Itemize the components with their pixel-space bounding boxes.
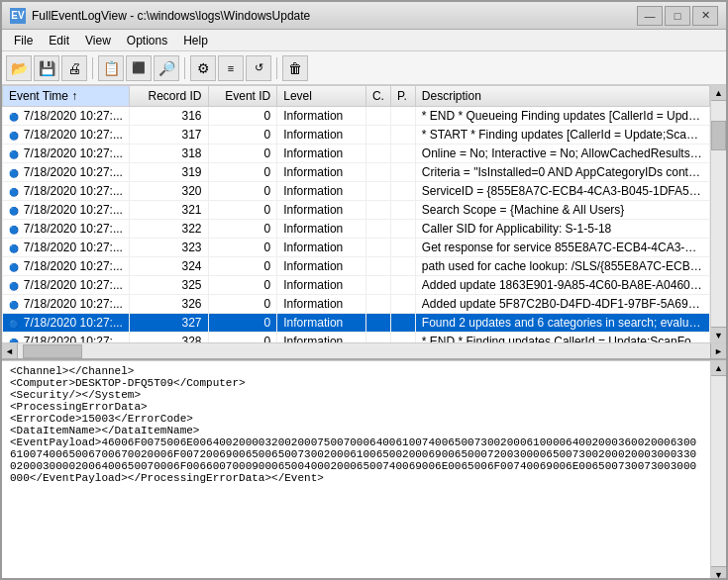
- toolbar-delete[interactable]: 🗑: [282, 55, 308, 81]
- table-cell: Online = No; Interactive = No; AllowCach…: [415, 145, 709, 163]
- scroll-down-btn[interactable]: ▼: [711, 327, 726, 342]
- table-row[interactable]: 🔵 7/18/2020 10:27:...3220InformationCall…: [3, 220, 710, 239]
- minimize-button[interactable]: —: [637, 6, 663, 26]
- col-header-desc[interactable]: Description: [415, 86, 709, 107]
- table-cell: [390, 220, 415, 239]
- scroll-left-btn[interactable]: ◄: [2, 343, 18, 359]
- table-cell: 325: [129, 276, 208, 295]
- menu-options[interactable]: Options: [119, 32, 175, 49]
- scroll-right-btn[interactable]: ►: [710, 343, 726, 359]
- vertical-scrollbar[interactable]: ▲ ▼: [710, 85, 726, 342]
- table-cell: 0: [208, 201, 277, 220]
- toolbar: 📂 💾 🖨 📋 ⬛ 🔎 ⚙ ≡ ↺ 🗑: [2, 51, 726, 85]
- table-cell: * END * Finding updates CallerId = Updat…: [415, 333, 709, 343]
- toolbar-print[interactable]: 🖨: [61, 55, 87, 81]
- toolbar-copy[interactable]: 📋: [98, 55, 124, 81]
- table-cell: 🔵 7/18/2020 10:27:...: [3, 163, 130, 182]
- detail-scroll[interactable]: <Channel></Channel> <Computer>DESKTOP-DF…: [2, 360, 710, 580]
- table-cell: 321: [129, 201, 208, 220]
- horizontal-scrollbar[interactable]: ◄ ►: [2, 342, 726, 358]
- event-icon: 🔵: [9, 320, 19, 329]
- table-row[interactable]: 🔵 7/18/2020 10:27:...3260InformationAdde…: [3, 295, 710, 314]
- col-header-time[interactable]: Event Time ↑: [3, 86, 130, 107]
- close-button[interactable]: ✕: [692, 6, 718, 26]
- detail-scroll-down[interactable]: ▼: [711, 566, 726, 580]
- col-header-p[interactable]: P.: [390, 86, 415, 107]
- table-cell: 0: [208, 276, 277, 295]
- table-row[interactable]: 🔵 7/18/2020 10:27:...3210InformationSear…: [3, 201, 710, 220]
- table-row[interactable]: 🔵 7/18/2020 10:27:...3160Information* EN…: [3, 107, 710, 126]
- col-header-level[interactable]: Level: [277, 86, 366, 107]
- table-cell: Criteria = "IsInstalled=0 AND AppCategor…: [415, 163, 709, 182]
- table-cell: 🔵 7/18/2020 10:27:...: [3, 201, 130, 220]
- table-cell: 0: [208, 107, 277, 126]
- col-header-record[interactable]: Record ID: [129, 86, 208, 107]
- toolbar-open[interactable]: 📂: [6, 55, 32, 81]
- app-icon: EV: [10, 8, 26, 24]
- table-cell: [390, 333, 415, 343]
- table-cell: 0: [208, 126, 277, 145]
- h-scroll-thumb[interactable]: [23, 344, 82, 358]
- table-cell: Information: [277, 239, 366, 257]
- table-cell: 🔵 7/18/2020 10:27:...: [3, 295, 130, 314]
- toolbar-columns[interactable]: ≡: [218, 55, 244, 81]
- table-cell: [365, 220, 390, 239]
- detail-scroll-track[interactable]: [711, 376, 726, 566]
- scroll-track[interactable]: [711, 101, 726, 327]
- detail-scroll-up[interactable]: ▲: [711, 360, 726, 376]
- table-cell: [365, 333, 390, 343]
- table-row[interactable]: 🔵 7/18/2020 10:27:...3190InformationCrit…: [3, 163, 710, 182]
- table-cell: [390, 239, 415, 257]
- table-row[interactable]: 🔵 7/18/2020 10:27:...3170Information* ST…: [3, 126, 710, 145]
- table-cell: 🔵 7/18/2020 10:27:...: [3, 220, 130, 239]
- table-row[interactable]: 🔵 7/18/2020 10:27:...3180InformationOnli…: [3, 145, 710, 163]
- detail-scrollbar[interactable]: ▲ ▼: [710, 360, 726, 580]
- table-cell: [390, 107, 415, 126]
- table-cell: [365, 239, 390, 257]
- toolbar-save[interactable]: 💾: [34, 55, 59, 81]
- table-cell: 317: [129, 126, 208, 145]
- scroll-thumb[interactable]: [711, 121, 726, 150]
- table-cell: Search Scope = {Machine & All Users}: [415, 201, 709, 220]
- table-cell: [365, 201, 390, 220]
- table-cell: Information: [277, 107, 366, 126]
- menu-view[interactable]: View: [77, 32, 119, 49]
- table-row[interactable]: 🔵 7/18/2020 10:27:...3200InformationServ…: [3, 182, 710, 201]
- scroll-up-btn[interactable]: ▲: [711, 85, 726, 101]
- toolbar-refresh[interactable]: ↺: [246, 55, 271, 81]
- toolbar-select-all[interactable]: ⬛: [126, 55, 152, 81]
- table-cell: [390, 182, 415, 201]
- window-controls: — □ ✕: [637, 6, 718, 26]
- table-row[interactable]: 🔵 7/18/2020 10:27:...3280Information* EN…: [3, 333, 710, 343]
- table-cell: Information: [277, 276, 366, 295]
- table-cell: Added update 1863E901-9A85-4C60-BA8E-A04…: [415, 276, 709, 295]
- event-icon: 🔵: [9, 226, 19, 235]
- table-cell: [390, 126, 415, 145]
- maximize-button[interactable]: □: [665, 6, 690, 26]
- table-cell: Get response for service 855E8A7C-ECB4-4…: [415, 239, 709, 257]
- toolbar-settings[interactable]: ⚙: [190, 55, 216, 81]
- table-cell: Caller SID for Applicability: S-1-5-18: [415, 220, 709, 239]
- event-table: Event Time ↑ Record ID Event ID Level C.…: [2, 85, 710, 342]
- table-cell: [365, 126, 390, 145]
- table-cell: [365, 163, 390, 182]
- h-scroll-track[interactable]: [18, 344, 710, 358]
- toolbar-filter[interactable]: 🔎: [154, 55, 179, 81]
- col-header-c[interactable]: C.: [365, 86, 390, 107]
- table-cell: 0: [208, 145, 277, 163]
- table-cell: 316: [129, 107, 208, 126]
- event-icon: 🔵: [9, 150, 19, 159]
- menu-edit[interactable]: Edit: [41, 32, 77, 49]
- table-row[interactable]: 🔵 7/18/2020 10:27:...3240Informationpath…: [3, 257, 710, 276]
- table-cell: Information: [277, 201, 366, 220]
- table-row[interactable]: 🔵 7/18/2020 10:27:...3270InformationFoun…: [3, 314, 710, 333]
- table-cell: 320: [129, 182, 208, 201]
- menu-help[interactable]: Help: [175, 32, 216, 49]
- col-header-event[interactable]: Event ID: [208, 86, 277, 107]
- table-row[interactable]: 🔵 7/18/2020 10:27:...3230InformationGet …: [3, 239, 710, 257]
- table-cell: 322: [129, 220, 208, 239]
- table-scroll[interactable]: Event Time ↑ Record ID Event ID Level C.…: [2, 85, 710, 342]
- table-row[interactable]: 🔵 7/18/2020 10:27:...3250InformationAdde…: [3, 276, 710, 295]
- menu-file[interactable]: File: [6, 32, 41, 49]
- table-cell: [365, 257, 390, 276]
